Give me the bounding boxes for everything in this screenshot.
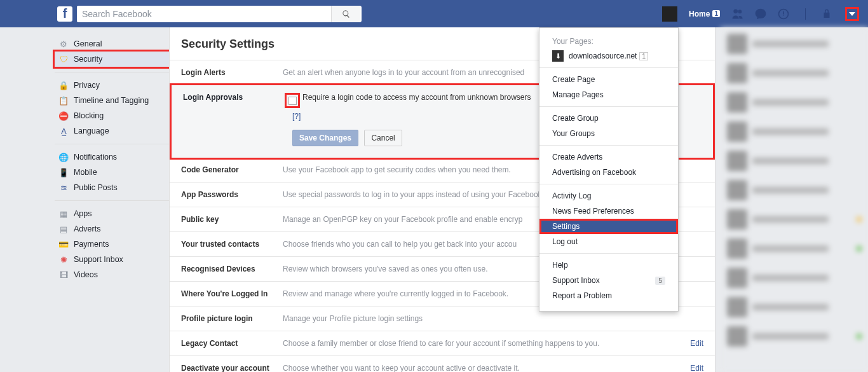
row-desc: Choose whether you want to keep your acc… (283, 364, 684, 372)
sidebar-item-support-inbox[interactable]: ✺Support Inbox (55, 252, 169, 267)
dd-settings[interactable]: Settings (539, 219, 678, 234)
dd-count-badge: 5 (655, 277, 665, 285)
dd-advertising[interactable]: Advertising on Facebook (539, 165, 678, 180)
edit-link[interactable]: Edit (690, 364, 703, 372)
checkbox-wrapper (285, 93, 300, 108)
sidebar-item-label: Language (74, 127, 109, 135)
row-label: Profile picture login (181, 314, 283, 323)
account-menu-toggle[interactable] (845, 7, 859, 21)
dropdown-page-item[interactable]: ⬇ downloadsource.net 1 (539, 48, 678, 64)
mobile-icon: 📱 (58, 167, 69, 177)
topbar: f Home 1 (0, 0, 868, 27)
row-desc: Choose a family member or close friend t… (283, 339, 684, 348)
dd-log-out[interactable]: Log out (539, 234, 678, 249)
sidebar-item-security[interactable]: 🛡Security (55, 52, 169, 67)
home-label: Home (689, 10, 710, 18)
lock-icon: 🔒 (58, 80, 69, 90)
search-box (77, 6, 362, 22)
dd-news-feed-prefs[interactable]: News Feed Preferences (539, 203, 678, 219)
row-label: App Passwords (181, 190, 283, 199)
sidebar-item-label: Public Posts (74, 183, 118, 192)
sidebar-item-apps[interactable]: ▦Apps (55, 206, 169, 221)
login-approvals-checkbox[interactable] (288, 97, 297, 105)
divider (805, 8, 806, 20)
privacy-shortcuts-icon[interactable] (821, 8, 832, 20)
dd-create-adverts[interactable]: Create Adverts (539, 149, 678, 165)
row-desc: Manage your Profile picture login settin… (283, 314, 703, 323)
home-link[interactable]: Home 1 (689, 10, 720, 18)
dropdown-pages-header: Your Pages: (539, 36, 678, 48)
dd-help[interactable]: Help (539, 258, 678, 273)
page-name: downloadsource.net (569, 52, 637, 60)
dd-create-group[interactable]: Create Group (539, 111, 678, 126)
sidebar-item-notifications[interactable]: 🌐Notifications (55, 149, 169, 165)
caret-down-icon (849, 12, 855, 16)
sidebar-item-label: General (74, 39, 102, 48)
sidebar-item-public-posts[interactable]: ≋Public Posts (55, 180, 169, 195)
dd-label: Support Inbox (552, 276, 600, 285)
sidebar-item-label: Support Inbox (74, 255, 123, 264)
dd-manage-pages[interactable]: Manage Pages (539, 87, 678, 102)
account-dropdown: Your Pages: ⬇ downloadsource.net 1 Creat… (539, 27, 679, 312)
dd-activity-log[interactable]: Activity Log (539, 188, 678, 203)
search-button[interactable] (331, 6, 360, 22)
sidebar-item-label: Payments (74, 240, 109, 249)
dd-support-inbox[interactable]: Support Inbox5 (539, 273, 678, 288)
friends-icon[interactable] (731, 8, 744, 20)
notifications-icon[interactable] (777, 8, 790, 20)
row-label: Public key (181, 215, 283, 224)
cancel-button[interactable]: Cancel (364, 130, 402, 146)
row-label: Login Approvals (183, 93, 285, 102)
sidebar-item-videos[interactable]: 🎞Videos (55, 267, 169, 282)
row-label: Recognised Devices (181, 265, 283, 273)
search-input[interactable] (77, 6, 331, 22)
row-label: Deactivate your account (181, 364, 283, 372)
sidebar-item-label: Mobile (74, 168, 97, 177)
search-icon (342, 10, 351, 18)
row-desc: Require a login code to access my accoun… (302, 93, 531, 102)
sidebar-item-label: Apps (74, 209, 92, 218)
sidebar-item-language[interactable]: A̲Language (55, 123, 169, 139)
facebook-logo[interactable]: f (57, 6, 72, 22)
messages-icon[interactable] (754, 8, 767, 20)
page-icon: ⬇ (552, 50, 564, 62)
row-deactivate[interactable]: Deactivate your account Choose whether y… (170, 356, 715, 372)
row-label: Legacy Contact (181, 339, 283, 348)
row-legacy-contact[interactable]: Legacy Contact Choose a family member or… (170, 331, 715, 356)
sidebar-item-blocking[interactable]: ⛔Blocking (55, 108, 169, 123)
sidebar-item-label: Timeline and Tagging (74, 96, 149, 105)
row-label: Code Generator (181, 165, 283, 174)
row-label: Your trusted contacts (181, 240, 283, 249)
adverts-icon: ▤ (58, 224, 69, 234)
profile-avatar[interactable] (662, 6, 677, 22)
sidebar-item-privacy[interactable]: 🔒Privacy (55, 78, 169, 93)
apps-icon: ▦ (58, 209, 69, 219)
sidebar-item-label: Privacy (74, 81, 100, 90)
timeline-icon: 📋 (58, 95, 69, 106)
sidebar-item-adverts[interactable]: ▤Adverts (55, 221, 169, 237)
chat-sidebar (721, 27, 868, 372)
sidebar-item-payments[interactable]: 💳Payments (55, 237, 169, 252)
edit-link[interactable]: Edit (690, 339, 703, 348)
home-badge: 1 (712, 10, 720, 17)
settings-sidebar: ⚙General 🛡Security 🔒Privacy 📋Timeline an… (55, 27, 169, 372)
language-icon: A̲ (58, 126, 69, 136)
gear-icon: ⚙ (58, 39, 69, 49)
row-label: Where You're Logged In (181, 289, 283, 298)
block-icon: ⛔ (58, 111, 69, 121)
page-badge: 1 (639, 52, 648, 60)
sidebar-item-timeline[interactable]: 📋Timeline and Tagging (55, 93, 169, 108)
dd-report-problem[interactable]: Report a Problem (539, 288, 678, 303)
dd-your-groups[interactable]: Your Groups (539, 126, 678, 141)
payments-icon: 💳 (58, 239, 69, 249)
sidebar-item-mobile[interactable]: 📱Mobile (55, 165, 169, 180)
save-button[interactable]: Save Changes (292, 130, 358, 146)
row-label: Login Alerts (181, 68, 283, 77)
sidebar-item-label: Adverts (74, 224, 100, 233)
globe-icon: 🌐 (58, 152, 69, 162)
video-icon: 🎞 (58, 270, 69, 280)
dd-create-page[interactable]: Create Page (539, 72, 678, 87)
sidebar-item-label: Notifications (74, 153, 117, 162)
shield-icon: 🛡 (58, 54, 69, 64)
sidebar-item-label: Security (74, 55, 102, 64)
